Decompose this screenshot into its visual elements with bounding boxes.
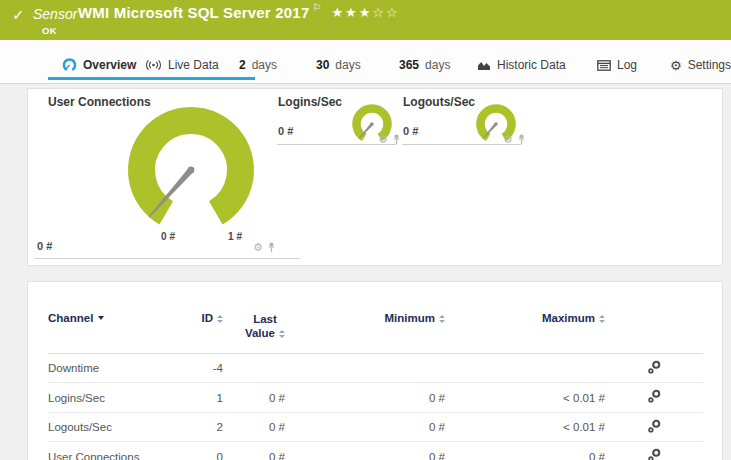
tab-label-number: 365: [399, 58, 419, 72]
tab-log[interactable]: Log: [597, 58, 637, 72]
tab-settings[interactable]: ⚙ Settings: [670, 58, 731, 72]
sensor-kind-label: Sensor: [33, 6, 77, 22]
table-row: Downtime -4: [48, 353, 703, 383]
active-tab-underline: [48, 77, 255, 80]
gauge-value: 0 #: [37, 240, 52, 252]
channel-settings-gears-icon[interactable]: [647, 419, 662, 434]
gauge-value: 0 #: [278, 125, 293, 137]
sort-desc-icon: [98, 316, 104, 320]
channel-name: Logins/Sec: [48, 383, 186, 413]
gauge-icon: [62, 58, 77, 72]
channel-last-value: 0 #: [223, 442, 285, 460]
channel-maximum: 0 #: [445, 442, 605, 460]
gauge-cell-divider: [402, 144, 521, 145]
sort-icon: [439, 315, 445, 323]
tab-label-unit: days: [252, 58, 277, 72]
table-row: Logins/Sec 1 0 # 0 # < 0.01 #: [48, 383, 703, 413]
column-label: Maximum: [542, 312, 595, 324]
channel-minimum: [285, 353, 445, 383]
gear-icon: ⚙: [670, 59, 682, 72]
channel-name: Logouts/Sec: [48, 412, 186, 442]
channel-id: 0: [186, 442, 223, 460]
tab-30-days[interactable]: 30 days: [316, 58, 361, 72]
column-label: Channel: [48, 312, 93, 324]
tab-label: Historic Data: [497, 58, 566, 72]
channel-minimum: 0 #: [285, 412, 445, 442]
tab-overview[interactable]: Overview: [62, 58, 136, 72]
gauge-scale-min: 0 #: [153, 231, 183, 242]
sensor-header: ✓ Sensor WMI Microsoft SQL Server 2017 ⚐…: [0, 0, 731, 40]
tab-365-days[interactable]: 365 days: [399, 58, 450, 72]
column-label: Last: [253, 313, 277, 325]
channel-name: User Connections: [48, 442, 186, 460]
column-label: Minimum: [385, 312, 435, 324]
channel-settings-gears-icon[interactable]: [647, 448, 662, 460]
sensor-title-row: WMI Microsoft SQL Server 2017 ⚐ ★★★☆☆: [78, 4, 400, 21]
tab-label: Live Data: [168, 58, 219, 72]
tab-label-number: 30: [316, 58, 329, 72]
flag-icon[interactable]: ⚐: [312, 2, 321, 13]
channel-maximum: < 0.01 #: [445, 383, 605, 413]
channels-table: Channel ID Last Value Minimum Maximum: [48, 282, 703, 460]
user-connections-gauge: [121, 104, 261, 229]
tab-label-unit: days: [425, 58, 450, 72]
gauge-cell-divider: [277, 144, 396, 145]
tab-historic-data[interactable]: Historic Data: [477, 58, 566, 72]
channels-panel: Channel ID Last Value Minimum Maximum: [27, 281, 723, 460]
column-label: ID: [202, 312, 214, 324]
column-header-settings: [605, 282, 703, 353]
page-title: WMI Microsoft SQL Server 2017: [78, 4, 309, 21]
channel-id: 2: [186, 412, 223, 442]
channel-settings-gears-icon[interactable]: [647, 360, 662, 375]
channel-maximum: [445, 353, 605, 383]
tab-2-days[interactable]: 2 days: [239, 58, 277, 72]
column-header-id[interactable]: ID: [186, 282, 223, 353]
tab-live-data[interactable]: Live Data: [145, 58, 219, 72]
tab-label: Settings: [688, 58, 731, 72]
priority-stars[interactable]: ★★★☆☆: [331, 5, 399, 20]
tab-label-unit: days: [335, 58, 360, 72]
table-row: Logouts/Sec 2 0 # 0 # < 0.01 #: [48, 412, 703, 442]
area-chart-icon: [477, 59, 491, 71]
gauge-value: 0 #: [403, 125, 418, 137]
pin-icon[interactable]: [267, 242, 276, 253]
tab-label-number: 2: [239, 58, 246, 72]
table-header-row: Channel ID Last Value Minimum Maximum: [48, 282, 703, 353]
sort-icon: [217, 315, 223, 323]
column-header-minimum[interactable]: Minimum: [285, 282, 445, 353]
channel-id: 1: [186, 383, 223, 413]
tab-label: Overview: [83, 58, 136, 72]
tab-label: Log: [617, 58, 637, 72]
gauge-title: Logouts/Sec: [403, 95, 475, 109]
column-label: Value: [245, 327, 275, 339]
gauge-title: Logins/Sec: [278, 95, 342, 109]
gear-icon[interactable]: ⚙: [253, 242, 263, 253]
channel-last-value: [223, 353, 285, 383]
table-row: User Connections 0 0 # 0 # 0 #: [48, 442, 703, 460]
gauges-panel: User Connections 0 # 1 # 0 # ⚙ Logins/Se…: [27, 88, 723, 266]
status-badge: OK: [42, 25, 57, 36]
log-list-icon: [597, 60, 611, 71]
status-check-icon: ✓: [12, 6, 25, 24]
channel-minimum: 0 #: [285, 383, 445, 413]
gauge-scale-max: 1 #: [220, 231, 250, 242]
signal-icon: [145, 59, 162, 71]
channel-name: Downtime: [48, 353, 186, 383]
sort-icon: [599, 315, 605, 323]
channel-last-value: 0 #: [223, 412, 285, 442]
column-header-channel[interactable]: Channel: [48, 282, 186, 353]
column-header-last-value[interactable]: Last Value: [223, 282, 285, 353]
column-header-maximum[interactable]: Maximum: [445, 282, 605, 353]
sort-icon: [279, 330, 285, 338]
channel-settings-gears-icon[interactable]: [647, 389, 662, 404]
channel-last-value: 0 #: [223, 383, 285, 413]
gauge-actions: ⚙: [253, 242, 276, 253]
channel-minimum: 0 #: [285, 442, 445, 460]
gauge-cell-divider: [35, 258, 300, 259]
channel-maximum: < 0.01 #: [445, 412, 605, 442]
channel-id: -4: [186, 353, 223, 383]
